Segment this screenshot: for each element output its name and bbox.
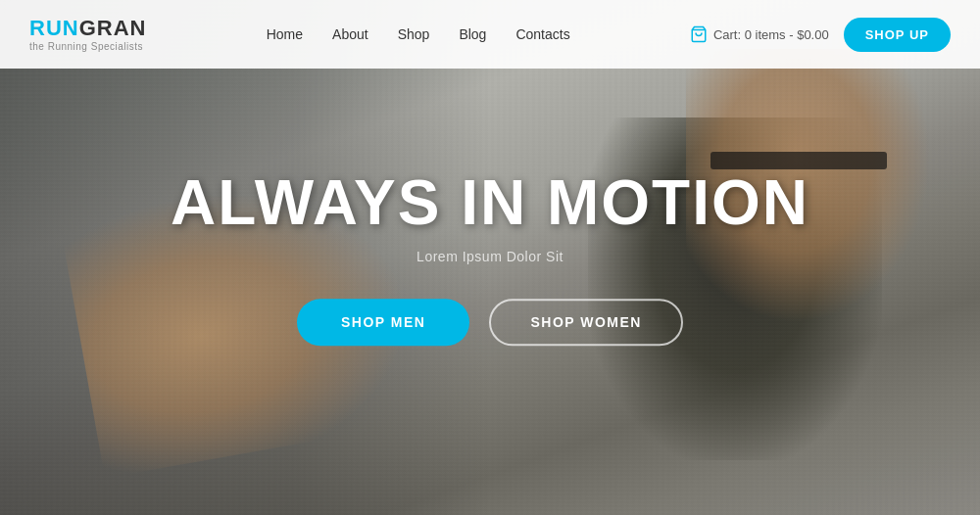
- logo: RUNGRAN the Running Specialists: [29, 18, 146, 52]
- nav-item-contacts[interactable]: Contacts: [515, 25, 569, 43]
- logo-gran: GRAN: [79, 16, 147, 40]
- nav-link-shop[interactable]: Shop: [398, 26, 430, 42]
- hero-content: ALWAYS IN MOTION Lorem Ipsum Dolor Sit S…: [147, 168, 833, 346]
- shop-men-button[interactable]: SHOP MEN: [297, 300, 469, 347]
- nav-item-blog[interactable]: Blog: [459, 25, 486, 43]
- nav-item-about[interactable]: About: [332, 25, 368, 43]
- runner-sunglasses: [710, 152, 887, 169]
- nav-links: Home About Shop Blog Contacts: [267, 25, 570, 43]
- hero-buttons: SHOP MEN SHOP WOMEN: [147, 300, 833, 347]
- hero-container: RUNGRAN the Running Specialists Home Abo…: [0, 0, 980, 515]
- cart-label: Cart: 0 items - $0.00: [713, 27, 829, 42]
- hero-title: ALWAYS IN MOTION: [147, 168, 833, 237]
- cart-icon: [690, 25, 708, 43]
- nav-right: Cart: 0 items - $0.00 SHOP UP: [690, 18, 951, 52]
- cart-info[interactable]: Cart: 0 items - $0.00: [690, 25, 829, 43]
- navbar: RUNGRAN the Running Specialists Home Abo…: [0, 0, 980, 69]
- nav-link-blog[interactable]: Blog: [459, 26, 486, 42]
- nav-link-home[interactable]: Home: [267, 26, 303, 42]
- logo-tagline: the Running Specialists: [29, 41, 143, 52]
- shop-up-button[interactable]: SHOP UP: [844, 18, 951, 52]
- logo-text: RUNGRAN: [29, 18, 146, 39]
- logo-run: RUN: [29, 16, 79, 40]
- nav-item-shop[interactable]: Shop: [398, 25, 430, 43]
- nav-item-home[interactable]: Home: [267, 25, 303, 43]
- hero-subtitle: Lorem Ipsum Dolor Sit: [147, 250, 833, 265]
- nav-link-contacts[interactable]: Contacts: [515, 26, 569, 42]
- shop-women-button[interactable]: SHOP WOMEN: [489, 300, 683, 347]
- nav-link-about[interactable]: About: [332, 26, 368, 42]
